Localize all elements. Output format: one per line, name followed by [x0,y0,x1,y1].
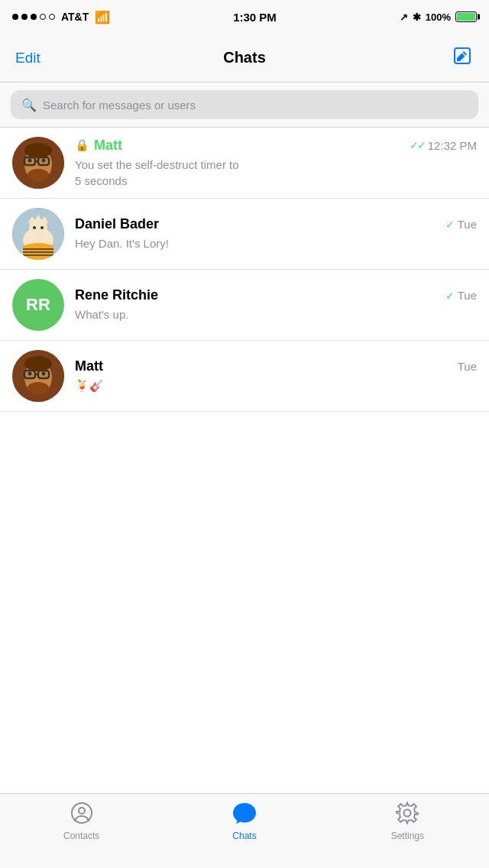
chat-name: Matt [75,358,103,374]
dot-1 [12,14,18,20]
compose-icon [452,46,472,70]
double-check-icon: ✓✓ [410,139,425,151]
chat-list: 🔒 Matt ✓✓ 12:32 PM You set the self-dest… [0,128,489,412]
chat-preview: What's up. [75,306,477,322]
svg-point-9 [28,159,32,163]
avatar [12,137,64,189]
compose-button[interactable] [451,47,474,70]
contacts-icon [70,802,93,828]
dot-5 [49,14,55,20]
chat-time: Tue [458,360,477,373]
chat-header: Rene Ritchie ✓ Tue [75,287,477,303]
edit-button[interactable]: Edit [15,50,40,66]
battery-icon [455,11,477,22]
check-icon: ✓ [445,219,455,231]
status-time: 1:30 PM [233,11,277,24]
status-bar: AT&T 📶 1:30 PM ↗ ✱ 100% [0,0,489,34]
battery-percent: 100% [426,11,451,23]
dot-3 [31,14,37,20]
list-item[interactable]: RR Rene Ritchie ✓ Tue What's up. [0,270,489,341]
dot-4 [40,14,46,20]
chat-time: ✓✓ 12:32 PM [410,139,477,152]
search-placeholder: Search for messages or users [43,99,196,112]
svg-point-22 [24,356,52,371]
chat-content: Rene Ritchie ✓ Tue What's up. [75,287,477,322]
chat-name-row: 🔒 Matt [75,138,122,154]
chats-icon [232,802,257,828]
tab-contacts[interactable]: Contacts [0,802,163,841]
list-item[interactable]: Matt Tue 🍹🎸 [0,341,489,412]
chat-header: Daniel Bader ✓ Tue [75,216,477,232]
tab-chats-label: Chats [232,831,256,841]
svg-point-13 [29,219,47,237]
carrier-label: AT&T [61,11,89,23]
svg-point-26 [79,808,85,814]
check-icon: ✓ [445,290,455,302]
nav-bar: Edit Chats [0,34,489,83]
wifi-icon: 📶 [95,10,110,24]
search-bar[interactable]: 🔍 Search for messages or users [11,90,478,119]
svg-point-27 [404,810,411,817]
chat-header: Matt Tue [75,358,477,374]
search-container: 🔍 Search for messages or users [0,83,489,128]
svg-point-15 [40,226,44,229]
svg-point-23 [28,372,32,376]
chat-name: Daniel Bader [75,216,159,232]
search-icon: 🔍 [21,98,37,112]
lock-icon: 🔒 [75,138,89,152]
list-item[interactable]: Daniel Bader ✓ Tue Hey Dan. It's Lory! [0,199,489,270]
signal-dots [12,14,55,20]
chat-preview: 🍹🎸 [75,377,477,394]
location-icon: ↗ [400,11,408,23]
avatar: RR [12,279,64,331]
chat-name: Rene Ritchie [75,287,158,303]
chat-preview: Hey Dan. It's Lory! [75,235,477,251]
tab-bar: Contacts Chats Settings [0,793,489,868]
chat-time: ✓ Tue [445,218,477,231]
chat-time: ✓ Tue [445,289,477,302]
status-right: ↗ ✱ 100% [400,11,477,23]
tab-settings[interactable]: Settings [326,802,489,841]
tab-contacts-label: Contacts [63,831,99,841]
svg-point-7 [28,169,49,181]
tab-settings-label: Settings [391,831,424,841]
tab-chats[interactable]: Chats [163,802,325,841]
page-title: Chats [223,49,266,66]
svg-point-21 [28,382,49,394]
avatar-initials: RR [26,295,50,315]
battery-fill [457,13,475,21]
chat-header: 🔒 Matt ✓✓ 12:32 PM [75,138,477,154]
chat-name: Matt [94,138,122,154]
chat-preview: You set the self-destruct timer to5 seco… [75,157,477,189]
bluetooth-icon: ✱ [413,11,421,23]
time-value: Tue [458,289,477,302]
time-value: Tue [458,360,477,373]
svg-point-8 [24,143,52,158]
svg-point-10 [42,159,46,163]
status-left: AT&T 📶 [12,10,110,24]
chat-content: 🔒 Matt ✓✓ 12:32 PM You set the self-dest… [75,138,477,189]
dot-2 [21,14,28,20]
chat-content: Daniel Bader ✓ Tue Hey Dan. It's Lory! [75,216,477,251]
settings-icon [396,802,419,828]
time-value: 12:32 PM [428,139,477,152]
chat-content: Matt Tue 🍹🎸 [75,358,477,394]
time-value: Tue [458,218,477,231]
avatar [12,350,64,402]
svg-point-14 [33,226,36,229]
svg-point-24 [42,372,46,376]
list-item[interactable]: 🔒 Matt ✓✓ 12:32 PM You set the self-dest… [0,128,489,199]
avatar [12,208,64,260]
